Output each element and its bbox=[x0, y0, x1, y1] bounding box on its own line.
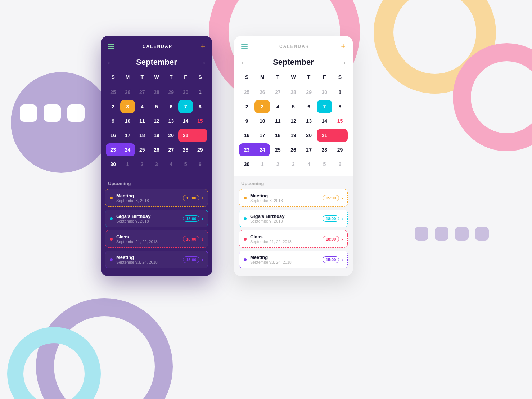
event-item[interactable]: MeetingSeptember3, 201815:00› bbox=[239, 189, 348, 207]
calendar-day[interactable]: 5 bbox=[317, 158, 332, 171]
calendar-day[interactable]: 21 bbox=[317, 129, 332, 142]
calendar-day[interactable]: 6 bbox=[301, 100, 317, 113]
calendar-day[interactable]: 2 bbox=[239, 100, 254, 113]
calendar-day[interactable]: 14 bbox=[317, 115, 332, 127]
calendar-day[interactable]: 20 bbox=[164, 129, 178, 142]
calendar-day[interactable]: 12 bbox=[285, 115, 301, 127]
calendar-day[interactable]: 22 bbox=[332, 129, 348, 142]
calendar-day[interactable]: 20 bbox=[301, 129, 317, 142]
dark-next-month-button[interactable]: › bbox=[203, 58, 205, 67]
calendar-day[interactable]: 26 bbox=[254, 86, 270, 99]
calendar-day[interactable]: 2 bbox=[270, 158, 285, 171]
calendar-day[interactable]: 8 bbox=[193, 100, 207, 113]
event-chevron-icon[interactable]: › bbox=[341, 257, 343, 263]
calendar-day[interactable]: 9 bbox=[239, 115, 254, 127]
event-item[interactable]: Giga's BirthdaySeptember7, 201818:00› bbox=[239, 210, 348, 227]
calendar-day[interactable]: 16 bbox=[239, 129, 254, 142]
event-chevron-icon[interactable]: › bbox=[202, 216, 203, 221]
calendar-day[interactable]: 4 bbox=[301, 158, 317, 171]
calendar-day[interactable]: 12 bbox=[149, 115, 164, 127]
calendar-day[interactable]: 4 bbox=[270, 100, 285, 113]
calendar-day[interactable]: 27 bbox=[301, 143, 317, 156]
calendar-day[interactable]: 10 bbox=[254, 115, 270, 127]
calendar-day[interactable]: 25 bbox=[270, 143, 285, 156]
calendar-day[interactable]: 15 bbox=[193, 115, 207, 127]
calendar-day[interactable]: 24 bbox=[254, 143, 270, 156]
event-item[interactable]: ClassSeptember21, 22, 201818:00› bbox=[239, 230, 348, 248]
calendar-day[interactable]: 7 bbox=[178, 100, 193, 113]
calendar-day[interactable]: 29 bbox=[193, 143, 207, 156]
calendar-day[interactable]: 7 bbox=[317, 100, 332, 113]
dark-plus-button[interactable]: + bbox=[200, 42, 205, 51]
calendar-day[interactable]: 3 bbox=[254, 100, 270, 113]
calendar-day[interactable]: 2 bbox=[135, 158, 149, 171]
calendar-day[interactable]: 27 bbox=[135, 86, 149, 99]
calendar-day[interactable]: 21 bbox=[178, 129, 193, 142]
calendar-day[interactable]: 17 bbox=[254, 129, 270, 142]
calendar-day[interactable]: 26 bbox=[285, 143, 301, 156]
event-chevron-icon[interactable]: › bbox=[341, 195, 343, 201]
calendar-day[interactable]: 26 bbox=[120, 86, 135, 99]
calendar-day[interactable]: 14 bbox=[178, 115, 193, 127]
calendar-day[interactable]: 16 bbox=[106, 129, 120, 142]
light-prev-month-button[interactable]: ‹ bbox=[241, 58, 244, 67]
calendar-day[interactable]: 17 bbox=[120, 129, 135, 142]
calendar-day[interactable]: 19 bbox=[149, 129, 164, 142]
calendar-day[interactable]: 26 bbox=[149, 143, 164, 156]
calendar-day[interactable]: 4 bbox=[164, 158, 178, 171]
event-chevron-icon[interactable]: › bbox=[341, 236, 343, 242]
event-item[interactable]: Giga's BirthdaySeptember7, 201818:00› bbox=[105, 210, 208, 227]
calendar-day[interactable]: 23 bbox=[239, 143, 254, 156]
calendar-day[interactable]: 30 bbox=[106, 158, 120, 171]
dark-hamburger-icon[interactable] bbox=[108, 44, 114, 49]
calendar-day[interactable]: 24 bbox=[120, 143, 135, 156]
calendar-day[interactable]: 1 bbox=[254, 158, 270, 171]
calendar-day[interactable]: 27 bbox=[164, 143, 178, 156]
calendar-day[interactable]: 9 bbox=[106, 115, 120, 127]
calendar-day[interactable]: 1 bbox=[193, 86, 207, 99]
calendar-day[interactable]: 11 bbox=[135, 115, 149, 127]
event-item[interactable]: MeetingSeptember23, 24, 201815:00› bbox=[239, 251, 348, 268]
calendar-day[interactable]: 2 bbox=[106, 100, 120, 113]
light-plus-button[interactable]: + bbox=[341, 42, 346, 51]
calendar-day[interactable]: 8 bbox=[332, 100, 348, 113]
calendar-day[interactable]: 1 bbox=[332, 86, 348, 99]
calendar-day[interactable]: 30 bbox=[178, 86, 193, 99]
calendar-day[interactable]: 29 bbox=[164, 86, 178, 99]
light-hamburger-icon[interactable] bbox=[241, 44, 248, 49]
calendar-day[interactable]: 30 bbox=[317, 86, 332, 99]
calendar-day[interactable]: 18 bbox=[270, 129, 285, 142]
calendar-day[interactable]: 19 bbox=[285, 129, 301, 142]
event-item[interactable]: MeetingSeptember23, 24, 201815:00› bbox=[105, 251, 208, 268]
calendar-day[interactable]: 10 bbox=[120, 115, 135, 127]
event-item[interactable]: ClassSeptember21, 22, 201818:00› bbox=[105, 230, 208, 248]
calendar-day[interactable]: 13 bbox=[164, 115, 178, 127]
calendar-day[interactable]: 3 bbox=[120, 100, 135, 113]
event-chevron-icon[interactable]: › bbox=[341, 216, 343, 221]
calendar-day[interactable]: 13 bbox=[301, 115, 317, 127]
calendar-day[interactable]: 28 bbox=[317, 143, 332, 156]
calendar-day[interactable]: 5 bbox=[149, 100, 164, 113]
calendar-day[interactable]: 29 bbox=[332, 143, 348, 156]
calendar-day[interactable]: 3 bbox=[285, 158, 301, 171]
calendar-day[interactable]: 15 bbox=[332, 115, 348, 127]
light-next-month-button[interactable]: › bbox=[343, 58, 346, 67]
calendar-day[interactable]: 5 bbox=[178, 158, 193, 171]
calendar-day[interactable]: 3 bbox=[149, 158, 164, 171]
dark-prev-month-button[interactable]: ‹ bbox=[108, 58, 111, 67]
calendar-day[interactable]: 6 bbox=[164, 100, 178, 113]
calendar-day[interactable]: 25 bbox=[239, 86, 254, 99]
calendar-day[interactable]: 29 bbox=[301, 86, 317, 99]
calendar-day[interactable]: 6 bbox=[193, 158, 207, 171]
event-chevron-icon[interactable]: › bbox=[202, 195, 203, 201]
event-chevron-icon[interactable]: › bbox=[202, 236, 203, 242]
calendar-day[interactable]: 1 bbox=[120, 158, 135, 171]
calendar-day[interactable]: 6 bbox=[332, 158, 348, 171]
calendar-day[interactable]: 4 bbox=[135, 100, 149, 113]
calendar-day[interactable]: 27 bbox=[270, 86, 285, 99]
calendar-day[interactable]: 28 bbox=[149, 86, 164, 99]
event-item[interactable]: MeetingSeptember3, 201815:00› bbox=[105, 189, 208, 207]
calendar-day[interactable]: 28 bbox=[285, 86, 301, 99]
calendar-day[interactable]: 11 bbox=[270, 115, 285, 127]
calendar-day[interactable]: 30 bbox=[239, 158, 254, 171]
